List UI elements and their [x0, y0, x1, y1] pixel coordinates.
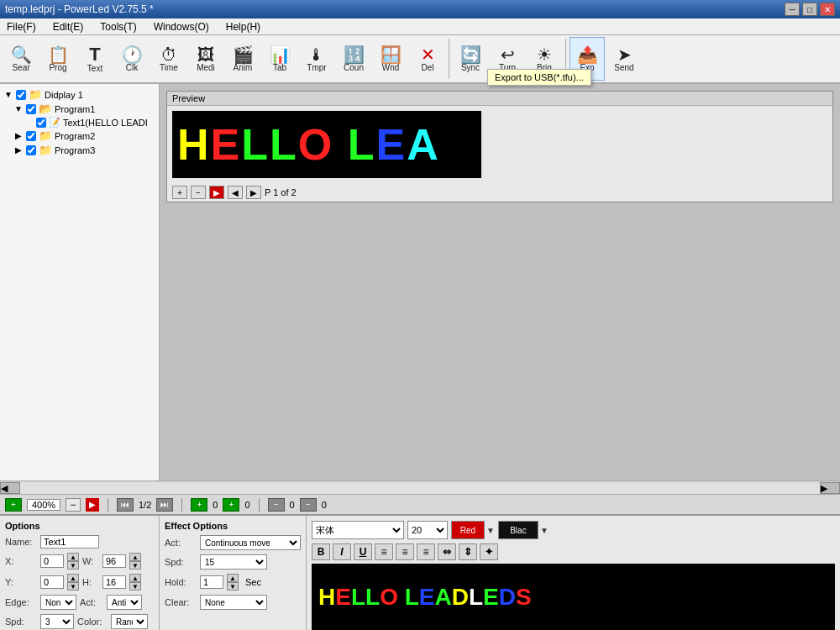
size-select[interactable]: 20: [407, 521, 448, 539]
send-label: Send: [614, 63, 633, 72]
time-button[interactable]: ⏱ Time: [151, 37, 186, 81]
expand-p3-icon[interactable]: ▶: [13, 145, 24, 155]
preview-add-btn[interactable]: +: [172, 186, 187, 199]
options-panel: Options Name: X: ▲ ▼ W: ▲ ▼ Y: ▲ ▼: [0, 514, 840, 630]
medi-label: Medi: [197, 63, 215, 72]
hold-dn-btn[interactable]: ▼: [227, 582, 239, 591]
root-checkbox[interactable]: [16, 90, 26, 100]
tree-root[interactable]: ▼ 📁 Didplay 1: [3, 87, 155, 102]
p3-checkbox[interactable]: [26, 145, 36, 155]
hold-up-btn[interactable]: ▲: [227, 574, 239, 582]
h-up-btn[interactable]: ▲: [129, 574, 141, 582]
tab-button[interactable]: 📊 Tab: [262, 37, 297, 81]
prog-button[interactable]: 📋 Prog: [40, 37, 76, 81]
underline-btn[interactable]: U: [354, 543, 372, 560]
spacing2-btn[interactable]: ⇕: [459, 543, 477, 560]
counter3-btn[interactable]: −: [268, 498, 285, 512]
tree-program3[interactable]: ▶ 📁 Program3: [13, 143, 155, 157]
p1-checkbox[interactable]: [26, 104, 36, 114]
align-right-btn[interactable]: ≡: [417, 543, 435, 560]
counter4-btn[interactable]: −: [300, 498, 317, 512]
menu-file[interactable]: File(F): [3, 19, 39, 34]
bold-btn[interactable]: B: [312, 543, 330, 560]
expand-p2-icon[interactable]: ▶: [13, 131, 24, 141]
send-button[interactable]: ➤ Send: [606, 37, 642, 81]
h-scrollbar[interactable]: ◀ ▶: [0, 480, 840, 494]
color-blk-dd[interactable]: ▼: [540, 526, 549, 535]
coun-button[interactable]: 🔢 Coun: [336, 37, 371, 81]
preview-prev-btn[interactable]: ◀: [228, 186, 243, 199]
special-btn[interactable]: ✦: [480, 543, 498, 560]
w-dn-btn[interactable]: ▼: [129, 561, 141, 570]
preview-sub-btn[interactable]: −: [191, 186, 206, 199]
play-stop-btn[interactable]: ▶: [86, 498, 99, 512]
spacing-btn[interactable]: ⇔: [438, 543, 456, 560]
hold-input[interactable]: [200, 575, 223, 589]
close-button[interactable]: ✕: [820, 3, 835, 16]
name-input[interactable]: [40, 535, 99, 549]
counter2-btn[interactable]: +: [223, 498, 239, 512]
tree-text1[interactable]: 📝 Text1(HELLO LEADI: [24, 116, 155, 129]
tree-program2[interactable]: ▶ 📁 Program2: [13, 129, 155, 143]
text1-checkbox[interactable]: [36, 118, 46, 128]
minimize-button[interactable]: ─: [785, 3, 800, 16]
color-blk-btn[interactable]: Blac: [498, 521, 538, 539]
del-button[interactable]: ✕ Del: [410, 37, 445, 81]
zoom-add-btn[interactable]: +: [5, 498, 22, 512]
anim-button[interactable]: 🎬 Anim: [225, 37, 260, 81]
x-up-btn[interactable]: ▲: [67, 553, 79, 561]
preview-next-btn[interactable]: ▶: [246, 186, 261, 199]
menu-edit[interactable]: Edit(E): [50, 19, 87, 34]
nav-first-btn[interactable]: ⏮: [117, 498, 134, 512]
color-red-btn[interactable]: Red: [451, 521, 485, 539]
act-select[interactable]: Anti: [107, 595, 142, 610]
menu-help[interactable]: Help(H): [223, 19, 264, 34]
w-up-btn[interactable]: ▲: [129, 553, 141, 561]
expand-icon[interactable]: ▼: [3, 90, 13, 100]
zoom-level: 400%: [27, 499, 60, 511]
italic-btn[interactable]: I: [333, 543, 351, 560]
tree-program1[interactable]: ▼ 📂 Program1: [13, 102, 155, 116]
preview-L3: L: [348, 120, 376, 169]
nav-last-btn[interactable]: ⏭: [156, 498, 173, 512]
scroll-left-btn[interactable]: ◀: [0, 482, 20, 494]
w-input[interactable]: [102, 554, 126, 568]
anim-icon: 🎬: [233, 46, 254, 63]
x-input[interactable]: [40, 554, 64, 568]
color-red-dd[interactable]: ▼: [486, 526, 495, 535]
effect-clear-select[interactable]: None: [200, 595, 267, 610]
h-dn-btn[interactable]: ▼: [129, 582, 141, 591]
p2-checkbox[interactable]: [26, 131, 36, 141]
sear-button[interactable]: 🔍 Sear: [3, 37, 39, 81]
edge-select[interactable]: Non: [40, 595, 76, 610]
spd-select[interactable]: 3: [40, 614, 74, 629]
medi-button[interactable]: 🖼 Medi: [188, 37, 223, 81]
x-dn-btn[interactable]: ▼: [67, 561, 79, 570]
y-input[interactable]: [40, 575, 64, 589]
color-select[interactable]: Ranc: [111, 614, 148, 629]
tmpr-button[interactable]: 🌡 Tmpr: [299, 37, 334, 81]
font-select[interactable]: 宋体: [312, 521, 404, 539]
scroll-right-btn[interactable]: ▶: [820, 482, 840, 494]
y-dn-btn[interactable]: ▼: [67, 582, 79, 591]
menu-tools[interactable]: Tools(T): [97, 19, 139, 34]
effect-clear-row: Clear: None: [165, 595, 301, 610]
menu-windows[interactable]: Windows(O): [150, 19, 213, 34]
align-left-btn[interactable]: ≡: [375, 543, 393, 560]
turn-icon: ↩: [501, 46, 515, 63]
preview-play-btn[interactable]: ▶: [209, 186, 224, 199]
counter1-btn[interactable]: +: [191, 498, 207, 512]
effect-spd-select[interactable]: 15: [200, 554, 267, 570]
clk-button[interactable]: 🕐 Clk: [114, 37, 150, 81]
align-center-btn[interactable]: ≡: [396, 543, 414, 560]
wnd-button[interactable]: 🪟 Wnd: [373, 37, 408, 81]
y-up-btn[interactable]: ▲: [67, 574, 79, 582]
effect-toolbar: 宋体 20 Red ▼ Blac ▼: [312, 521, 835, 539]
effect-act-select[interactable]: Continuous move: [200, 535, 301, 550]
text-button[interactable]: T Text: [77, 37, 113, 81]
h-input[interactable]: [102, 575, 126, 589]
maximize-button[interactable]: □: [802, 3, 817, 16]
expand-p1-icon[interactable]: ▼: [13, 104, 24, 114]
sync-button[interactable]: 🔄 Sync: [453, 37, 488, 81]
zoom-minus-btn[interactable]: −: [66, 498, 81, 512]
